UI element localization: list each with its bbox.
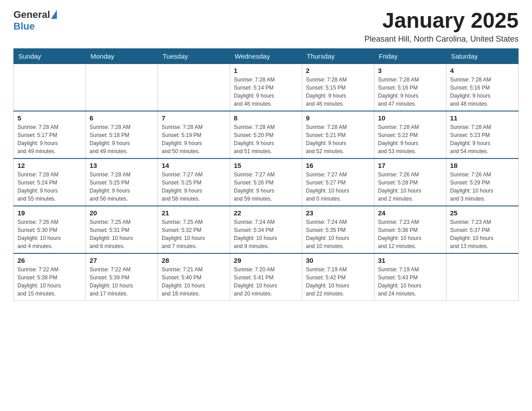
day-info: Sunrise: 7:26 AM Sunset: 5:29 PM Dayligh… bbox=[450, 171, 515, 203]
day-info: Sunrise: 7:24 AM Sunset: 5:35 PM Dayligh… bbox=[306, 218, 370, 250]
calendar-day-cell: 15Sunrise: 7:27 AM Sunset: 5:26 PM Dayli… bbox=[230, 158, 302, 206]
calendar-day-cell: 1Sunrise: 7:28 AM Sunset: 5:14 PM Daylig… bbox=[230, 64, 302, 111]
calendar-day-cell: 21Sunrise: 7:25 AM Sunset: 5:32 PM Dayli… bbox=[158, 206, 230, 253]
calendar-day-cell: 16Sunrise: 7:27 AM Sunset: 5:27 PM Dayli… bbox=[302, 158, 374, 206]
logo: General Blue bbox=[13, 9, 57, 32]
calendar-day-cell: 3Sunrise: 7:28 AM Sunset: 5:16 PM Daylig… bbox=[374, 64, 446, 111]
day-number: 20 bbox=[90, 209, 154, 217]
calendar-week-row: 19Sunrise: 7:26 AM Sunset: 5:30 PM Dayli… bbox=[14, 206, 519, 253]
calendar-day-cell: 6Sunrise: 7:28 AM Sunset: 5:18 PM Daylig… bbox=[86, 111, 158, 158]
title-area: January 2025 Pleasant Hill, North Caroli… bbox=[365, 9, 519, 44]
day-info: Sunrise: 7:28 AM Sunset: 5:24 PM Dayligh… bbox=[17, 171, 82, 203]
calendar-week-row: 26Sunrise: 7:22 AM Sunset: 5:38 PM Dayli… bbox=[14, 253, 519, 301]
day-number: 27 bbox=[90, 257, 154, 264]
calendar-day-cell: 29Sunrise: 7:20 AM Sunset: 5:41 PM Dayli… bbox=[230, 253, 302, 301]
day-number: 24 bbox=[378, 209, 442, 217]
calendar-day-cell: 30Sunrise: 7:19 AM Sunset: 5:42 PM Dayli… bbox=[302, 253, 374, 301]
day-info: Sunrise: 7:28 AM Sunset: 5:21 PM Dayligh… bbox=[306, 123, 370, 155]
day-number: 9 bbox=[306, 114, 370, 122]
day-info: Sunrise: 7:28 AM Sunset: 5:19 PM Dayligh… bbox=[162, 123, 226, 155]
calendar-day-cell: 4Sunrise: 7:28 AM Sunset: 5:16 PM Daylig… bbox=[446, 64, 519, 111]
logo-triangle-icon bbox=[51, 10, 57, 19]
calendar-day-cell: 22Sunrise: 7:24 AM Sunset: 5:34 PM Dayli… bbox=[230, 206, 302, 253]
day-info: Sunrise: 7:25 AM Sunset: 5:32 PM Dayligh… bbox=[162, 218, 226, 250]
location-title: Pleasant Hill, North Carolina, United St… bbox=[365, 34, 519, 44]
header: General Blue January 2025 Pleasant Hill,… bbox=[13, 9, 519, 44]
calendar-day-cell: 13Sunrise: 7:28 AM Sunset: 5:25 PM Dayli… bbox=[86, 158, 158, 206]
day-number: 14 bbox=[162, 162, 226, 169]
day-number: 23 bbox=[306, 209, 370, 217]
day-number: 3 bbox=[378, 67, 442, 74]
calendar-week-row: 5Sunrise: 7:28 AM Sunset: 5:17 PM Daylig… bbox=[14, 111, 519, 158]
month-title: January 2025 bbox=[365, 9, 519, 33]
day-number: 29 bbox=[234, 257, 298, 264]
day-info: Sunrise: 7:19 AM Sunset: 5:42 PM Dayligh… bbox=[306, 265, 370, 298]
day-number: 12 bbox=[17, 162, 82, 169]
calendar-header-row: SundayMondayTuesdayWednesdayThursdayFrid… bbox=[14, 48, 519, 64]
day-info: Sunrise: 7:26 AM Sunset: 5:28 PM Dayligh… bbox=[378, 171, 442, 203]
day-number: 17 bbox=[378, 162, 442, 169]
column-header-tuesday: Tuesday bbox=[158, 48, 230, 64]
day-number: 2 bbox=[306, 67, 370, 74]
day-info: Sunrise: 7:28 AM Sunset: 5:23 PM Dayligh… bbox=[450, 123, 515, 155]
day-info: Sunrise: 7:19 AM Sunset: 5:43 PM Dayligh… bbox=[378, 265, 442, 298]
day-info: Sunrise: 7:22 AM Sunset: 5:39 PM Dayligh… bbox=[90, 265, 154, 298]
day-number: 16 bbox=[306, 162, 370, 169]
calendar-day-cell bbox=[158, 64, 230, 111]
calendar-day-cell: 31Sunrise: 7:19 AM Sunset: 5:43 PM Dayli… bbox=[374, 253, 446, 301]
calendar-day-cell bbox=[14, 64, 86, 111]
day-number: 26 bbox=[17, 257, 82, 264]
calendar-day-cell bbox=[86, 64, 158, 111]
day-info: Sunrise: 7:28 AM Sunset: 5:25 PM Dayligh… bbox=[90, 171, 154, 203]
column-header-wednesday: Wednesday bbox=[230, 48, 302, 64]
calendar-day-cell: 20Sunrise: 7:25 AM Sunset: 5:31 PM Dayli… bbox=[86, 206, 158, 253]
calendar-day-cell: 19Sunrise: 7:26 AM Sunset: 5:30 PM Dayli… bbox=[14, 206, 86, 253]
day-number: 7 bbox=[162, 114, 226, 122]
calendar-day-cell: 24Sunrise: 7:23 AM Sunset: 5:36 PM Dayli… bbox=[374, 206, 446, 253]
calendar-day-cell: 25Sunrise: 7:23 AM Sunset: 5:37 PM Dayli… bbox=[446, 206, 519, 253]
column-header-thursday: Thursday bbox=[302, 48, 374, 64]
day-number: 21 bbox=[162, 209, 226, 217]
day-info: Sunrise: 7:25 AM Sunset: 5:31 PM Dayligh… bbox=[90, 218, 154, 250]
day-info: Sunrise: 7:22 AM Sunset: 5:38 PM Dayligh… bbox=[17, 265, 82, 298]
calendar-day-cell: 27Sunrise: 7:22 AM Sunset: 5:39 PM Dayli… bbox=[86, 253, 158, 301]
day-info: Sunrise: 7:28 AM Sunset: 5:18 PM Dayligh… bbox=[90, 123, 154, 155]
day-info: Sunrise: 7:27 AM Sunset: 5:25 PM Dayligh… bbox=[162, 171, 226, 203]
day-number: 15 bbox=[234, 162, 298, 169]
day-number: 28 bbox=[162, 257, 226, 264]
day-number: 6 bbox=[90, 114, 154, 122]
calendar-day-cell: 2Sunrise: 7:28 AM Sunset: 5:15 PM Daylig… bbox=[302, 64, 374, 111]
day-number: 8 bbox=[234, 114, 298, 122]
day-info: Sunrise: 7:24 AM Sunset: 5:34 PM Dayligh… bbox=[234, 218, 298, 250]
day-info: Sunrise: 7:27 AM Sunset: 5:26 PM Dayligh… bbox=[234, 171, 298, 203]
day-info: Sunrise: 7:23 AM Sunset: 5:36 PM Dayligh… bbox=[378, 218, 442, 250]
day-info: Sunrise: 7:21 AM Sunset: 5:40 PM Dayligh… bbox=[162, 265, 226, 298]
calendar-day-cell bbox=[446, 253, 519, 301]
calendar-day-cell: 11Sunrise: 7:28 AM Sunset: 5:23 PM Dayli… bbox=[446, 111, 519, 158]
day-info: Sunrise: 7:28 AM Sunset: 5:20 PM Dayligh… bbox=[234, 123, 298, 155]
day-info: Sunrise: 7:26 AM Sunset: 5:30 PM Dayligh… bbox=[17, 218, 82, 250]
day-number: 19 bbox=[17, 209, 82, 217]
column-header-monday: Monday bbox=[86, 48, 158, 64]
day-info: Sunrise: 7:27 AM Sunset: 5:27 PM Dayligh… bbox=[306, 171, 370, 203]
calendar-day-cell: 8Sunrise: 7:28 AM Sunset: 5:20 PM Daylig… bbox=[230, 111, 302, 158]
day-number: 30 bbox=[306, 257, 370, 264]
column-header-saturday: Saturday bbox=[446, 48, 519, 64]
day-info: Sunrise: 7:20 AM Sunset: 5:41 PM Dayligh… bbox=[234, 265, 298, 298]
day-number: 22 bbox=[234, 209, 298, 217]
calendar-table: SundayMondayTuesdayWednesdayThursdayFrid… bbox=[13, 48, 519, 301]
day-info: Sunrise: 7:28 AM Sunset: 5:17 PM Dayligh… bbox=[17, 123, 82, 155]
day-number: 5 bbox=[17, 114, 82, 122]
calendar-day-cell: 12Sunrise: 7:28 AM Sunset: 5:24 PM Dayli… bbox=[14, 158, 86, 206]
calendar-day-cell: 7Sunrise: 7:28 AM Sunset: 5:19 PM Daylig… bbox=[158, 111, 230, 158]
calendar-day-cell: 18Sunrise: 7:26 AM Sunset: 5:29 PM Dayli… bbox=[446, 158, 519, 206]
day-info: Sunrise: 7:23 AM Sunset: 5:37 PM Dayligh… bbox=[450, 218, 515, 250]
calendar-day-cell: 17Sunrise: 7:26 AM Sunset: 5:28 PM Dayli… bbox=[374, 158, 446, 206]
day-number: 25 bbox=[450, 209, 515, 217]
column-header-sunday: Sunday bbox=[14, 48, 86, 64]
calendar-day-cell: 10Sunrise: 7:28 AM Sunset: 5:22 PM Dayli… bbox=[374, 111, 446, 158]
column-header-friday: Friday bbox=[374, 48, 446, 64]
calendar-day-cell: 9Sunrise: 7:28 AM Sunset: 5:21 PM Daylig… bbox=[302, 111, 374, 158]
calendar-day-cell: 23Sunrise: 7:24 AM Sunset: 5:35 PM Dayli… bbox=[302, 206, 374, 253]
logo-blue: Blue bbox=[13, 21, 35, 32]
